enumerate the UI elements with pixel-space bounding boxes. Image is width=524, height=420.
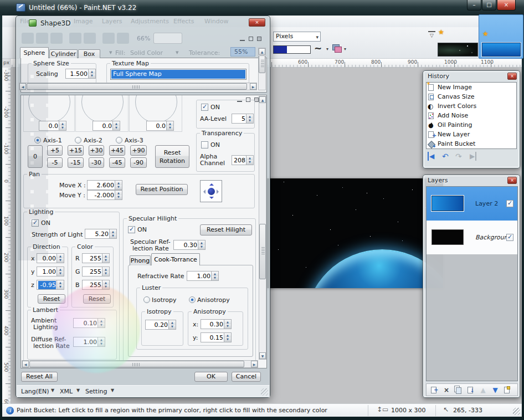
axis3-angle-spinner[interactable]: 0.0 bbox=[146, 121, 174, 131]
ok-button[interactable]: OK bbox=[194, 372, 228, 382]
lang-dropdown-icon[interactable]: ▼ bbox=[51, 388, 54, 393]
history-item[interactable]: Add Noise bbox=[427, 111, 516, 120]
setting-dropdown[interactable]: Setting bbox=[85, 388, 107, 395]
scroll-thumb[interactable] bbox=[259, 224, 266, 279]
axis2-angle-spinner[interactable]: 0.0 bbox=[93, 121, 120, 131]
delete-layer-icon[interactable]: × bbox=[441, 386, 452, 395]
pan-pad-center[interactable] bbox=[208, 188, 215, 195]
layers-close-button[interactable]: × bbox=[507, 177, 517, 184]
scroll-up-arrow-icon[interactable]: ▲ bbox=[259, 48, 265, 55]
swatches-dropdown-icon[interactable]: ▾ bbox=[344, 47, 346, 52]
layer-row-selected[interactable]: Layer 2 bbox=[427, 187, 517, 221]
refractive-spinner[interactable]: 1.00 bbox=[187, 271, 219, 281]
curve-dropdown-icon[interactable]: ▾ bbox=[326, 47, 328, 52]
rotate-minus15-button[interactable]: -15 bbox=[68, 157, 84, 168]
reset-rotation-button[interactable]: Reset Rotation bbox=[155, 145, 189, 168]
tab-sphere[interactable]: Sphere bbox=[20, 47, 49, 58]
add-layer-icon[interactable]: + bbox=[429, 386, 440, 395]
scroll-down-arrow-icon[interactable]: ▼ bbox=[259, 352, 266, 359]
axis3-radio[interactable] bbox=[116, 137, 122, 144]
anisotropy-radio[interactable] bbox=[189, 296, 196, 303]
unit-combobox[interactable]: Pixels bbox=[273, 32, 321, 42]
move-x-spinner[interactable]: 2.600 bbox=[87, 180, 122, 190]
history-item[interactable]: Invert Colors bbox=[427, 101, 516, 111]
transparency-on-checkbox[interactable] bbox=[201, 141, 208, 148]
scroll-left-arrow-icon[interactable]: ◀ bbox=[22, 361, 29, 367]
shape-panel-hscrollbar[interactable]: ◀ ▶ bbox=[19, 83, 257, 90]
specular-on-checkbox[interactable] bbox=[128, 226, 135, 233]
rewind-button[interactable]: ◀ bbox=[428, 152, 434, 161]
rotate-plus30-button[interactable]: +30 bbox=[89, 145, 104, 156]
layer-visible-checkbox[interactable] bbox=[506, 200, 513, 207]
shape-panel-vscrollbar[interactable]: ▲ bbox=[258, 48, 266, 90]
rotate-plus90-button[interactable]: +90 bbox=[130, 145, 147, 156]
swatches-icon[interactable] bbox=[332, 44, 342, 52]
maximize-button[interactable]: □ bbox=[482, 0, 496, 11]
duplicate-layer-icon[interactable] bbox=[453, 386, 464, 395]
spec-rate-spinner[interactable]: 0.30 bbox=[173, 240, 206, 250]
image-thumbnail-spawn[interactable] bbox=[438, 43, 478, 57]
xml-dropdown-icon[interactable]: ▼ bbox=[76, 388, 80, 393]
axis2-radio[interactable] bbox=[75, 137, 81, 144]
dialog-resize-grip[interactable] bbox=[261, 388, 268, 396]
texture-map-selected-item[interactable]: Full Sphere Map bbox=[111, 70, 245, 79]
scroll-thumb[interactable] bbox=[259, 55, 265, 73]
isotropy-spinner[interactable]: 0.20 bbox=[145, 320, 176, 330]
tab-box[interactable]: Box bbox=[78, 49, 100, 58]
aniso-x-spinner[interactable]: 0.30 bbox=[201, 319, 232, 329]
aa-on-checkbox[interactable] bbox=[201, 104, 208, 111]
alpha-channel-spinner[interactable]: 208 bbox=[232, 155, 254, 165]
xml-dropdown[interactable]: XML bbox=[60, 388, 73, 395]
isotropy-radio[interactable] bbox=[143, 296, 150, 303]
layer-properties-icon[interactable] bbox=[502, 386, 513, 395]
scroll-up-arrow-icon[interactable]: ▲ bbox=[259, 96, 266, 103]
rotate-plus5-button[interactable]: +5 bbox=[47, 145, 63, 156]
scaling-spinner[interactable]: 1.500 bbox=[65, 69, 96, 79]
fast-forward-button[interactable]: ▶ bbox=[470, 152, 476, 161]
dir-y-spinner[interactable]: 1.00 bbox=[37, 267, 64, 276]
color-g-spinner[interactable]: 255 bbox=[82, 267, 110, 276]
tab-phong[interactable]: Phong bbox=[130, 255, 151, 265]
layer-visible-checkbox[interactable] bbox=[506, 234, 513, 241]
setting-dropdown-icon[interactable]: ▼ bbox=[111, 388, 114, 393]
rotate-minus45-button[interactable]: -45 bbox=[109, 157, 125, 168]
close-button[interactable]: × bbox=[497, 0, 516, 11]
pan-down-arrow-icon[interactable] bbox=[209, 197, 214, 201]
main-panel-vscrollbar[interactable]: ▲ ▼ bbox=[259, 96, 266, 360]
history-item[interactable]: Paint Bucket bbox=[427, 139, 516, 148]
panel-window-controls[interactable] bbox=[240, 37, 261, 41]
rotate-minus30-button[interactable]: -30 bbox=[89, 157, 104, 168]
rotate-plus45-button[interactable]: +45 bbox=[109, 145, 125, 156]
move-up-icon[interactable]: ▲ bbox=[477, 386, 489, 395]
history-item[interactable]: Oil Painting bbox=[427, 120, 516, 130]
rotate-minus5-button[interactable]: -5 bbox=[47, 157, 63, 168]
scroll-right-arrow-icon[interactable]: ▶ bbox=[250, 83, 256, 90]
lang-dropdown[interactable]: Lang(EN) bbox=[21, 388, 49, 395]
rotate-minus90-button[interactable]: -90 bbox=[130, 157, 147, 168]
reset-all-button[interactable]: Reset All bbox=[21, 372, 58, 382]
main-panel-hscrollbar[interactable]: ◀ ▶ bbox=[22, 360, 258, 368]
window-resize-grip[interactable] bbox=[513, 408, 520, 415]
merge-down-icon[interactable]: ↓ bbox=[465, 386, 476, 395]
pan-pad[interactable] bbox=[200, 180, 222, 202]
aniso-y-spinner[interactable]: 0.15 bbox=[201, 332, 232, 342]
history-item[interactable]: New Image bbox=[427, 83, 516, 92]
active-image-tab[interactable]: ★ bbox=[479, 14, 523, 59]
history-list[interactable]: New Image Canvas Size Invert Colors Add … bbox=[426, 82, 517, 149]
history-item[interactable]: Canvas Size bbox=[427, 92, 516, 101]
cancel-button[interactable]: Cancel bbox=[232, 372, 261, 382]
undo-button[interactable]: ↶ bbox=[442, 152, 449, 161]
rotate-plus15-button[interactable]: +15 bbox=[68, 145, 84, 156]
reset-position-button[interactable]: Reset Position bbox=[136, 184, 188, 195]
move-y-spinner[interactable]: -2.000 bbox=[87, 190, 122, 200]
dialog-close-button[interactable]: × bbox=[249, 18, 265, 27]
image-thumbnail-current[interactable] bbox=[482, 43, 521, 57]
reset-hilight-button[interactable]: Reset Hilight bbox=[200, 224, 252, 235]
pan-right-arrow-icon[interactable] bbox=[217, 189, 221, 194]
texture-map-list[interactable]: Full Sphere Map bbox=[110, 69, 246, 80]
color-r-spinner[interactable]: 255 bbox=[82, 253, 110, 263]
image-list-icon[interactable]: ▽ bbox=[428, 31, 435, 39]
move-down-icon[interactable]: ▼ bbox=[490, 386, 501, 395]
strength-spinner[interactable]: 5.20 bbox=[85, 229, 117, 239]
history-item[interactable]: New Layer bbox=[427, 130, 516, 139]
